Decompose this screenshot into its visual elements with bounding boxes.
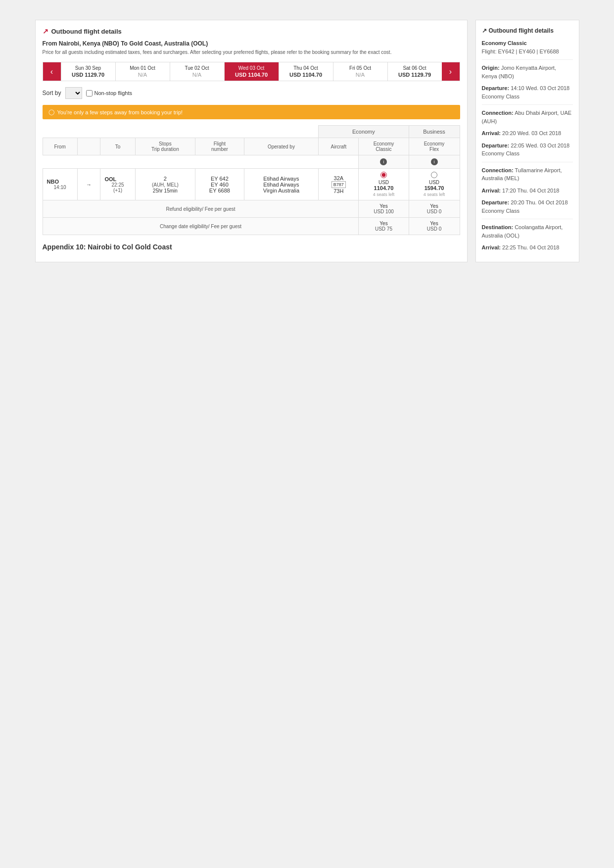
next-button[interactable]: › [442, 62, 460, 81]
refund-classic-yes: Yes [363, 203, 404, 209]
divider-4 [482, 219, 573, 219]
na-label-5: N/A [335, 72, 385, 78]
departure-3-value: 20:20 Thu. 04 Oct 2018 [511, 199, 567, 205]
sort-row: Sort by Non-stop flights [43, 87, 460, 99]
flex-icon-cell: i [409, 155, 460, 169]
panel-title: ↗ Outbound flight details [43, 27, 460, 35]
class-3-value: Economy Class [482, 208, 520, 214]
date-cell-1[interactable]: Mon 01 Oct N/A [115, 62, 170, 81]
origin-section: Origin: Jomo Kenyatta Airport, Kenya (NB… [482, 64, 573, 80]
arrival-1-value: 20:20 Wed. 03 Oct 2018 [502, 130, 561, 136]
prev-button[interactable]: ‹ [43, 62, 61, 81]
flex-info-icon[interactable]: i [431, 158, 438, 165]
change-classic-cell: Yes USD 75 [359, 218, 409, 235]
aircraft-code: 32A [323, 175, 354, 181]
date-label-0: Sun 30 Sep [63, 65, 113, 71]
departure-1-label: Departure: [482, 85, 510, 91]
change-classic-yes: Yes [363, 221, 404, 226]
date-cell-3[interactable]: Wed 03 Oct USD 1104.70 [224, 62, 279, 81]
aircraft-header: Aircraft [319, 138, 359, 155]
destination-label: Destination: [482, 224, 514, 230]
economy-classic-header: EconomyClassic [359, 138, 409, 155]
info-banner-text: You're only a few steps away from bookin… [57, 109, 183, 115]
economy-flex-header: EconomyFlex [409, 138, 460, 155]
connection-1-section: Connection: Abu Dhabi Airport, UAE (AUH) [482, 109, 573, 125]
plus-days: (+1) [104, 188, 131, 193]
flex-price: 1594.70 [425, 185, 444, 191]
refund-flex-cell: Yes USD 0 [409, 200, 460, 218]
classic-info-icon[interactable]: i [380, 158, 387, 165]
non-stop-label[interactable]: Non-stop flights [86, 90, 132, 96]
departure-1-section: Departure: 14:10 Wed. 03 Oct 2018 Econom… [482, 84, 573, 100]
classic-icon-cell: i [359, 155, 409, 169]
date-cell-4[interactable]: Thu 04 Oct USD 1104.70 [279, 62, 333, 81]
date-cell-5[interactable]: Fri 05 Oct N/A [333, 62, 387, 81]
info-banner: ◯ You're only a few steps away from book… [43, 105, 460, 119]
to-time: 22:25 [104, 182, 131, 188]
operated-header: Operated by [244, 138, 319, 155]
economy-flex-radio[interactable] [431, 172, 437, 178]
refund-label: Refund eligibility/ Fee per guest [43, 200, 359, 218]
to-cell: OOL 22:25 (+1) [100, 169, 135, 200]
sort-select[interactable] [65, 87, 82, 99]
classic-currency: USD [378, 180, 389, 185]
price-label-0: USD 1129.70 [63, 72, 113, 78]
operator-2: Etihad Airways [248, 182, 315, 188]
flex-currency: USD [429, 180, 439, 185]
operator-1: Etihad Airways [248, 176, 315, 182]
classic-price: 1104.70 [374, 185, 394, 191]
economy-flex-price-cell[interactable]: USD 1594.70 4 seats left [409, 169, 460, 200]
non-stop-checkbox[interactable] [86, 90, 93, 96]
departure-2-section: Departure: 22:05 Wed. 03 Oct 2018 Econom… [482, 142, 573, 158]
aircraft-type: B787 [323, 181, 354, 188]
change-label: Change date eligibility/ Fee per guest [43, 218, 359, 235]
duration: 25hr 15min [153, 188, 178, 193]
to-code-header: To [100, 138, 135, 155]
date-cell-6[interactable]: Sat 06 Oct USD 1129.79 [387, 62, 442, 81]
flight-1: EY 642 [199, 176, 240, 182]
date-cell-2[interactable]: Tue 02 Oct N/A [170, 62, 224, 81]
product-section: Economy Classic Flight: EY642 | EY460 | … [482, 39, 573, 55]
price-label-4: USD 1104.70 [281, 72, 331, 78]
arrival-3-value: 22:25 Thu. 04 Oct 2018 [502, 244, 559, 250]
connection-1-label: Connection: [482, 110, 514, 116]
side-panel-title: ↗ Outbound flight details [482, 26, 573, 35]
flight-2: EY 460 [199, 182, 240, 188]
b787-badge[interactable]: B787 [331, 181, 346, 188]
destination-section: Destination: Coolangatta Airport, Austra… [482, 223, 573, 240]
arrow-cell: → [77, 169, 100, 200]
route-subtext: Price for all guests including estimated… [43, 49, 460, 56]
flights-label: Flight: EY642 | EY460 | EY6688 [482, 48, 559, 54]
refund-classic-cell: Yes USD 100 [359, 200, 409, 218]
side-title-text: Outbound flight details [489, 26, 554, 35]
appendix-text: Appendix 10: Nairobi to Col Gold Coast [43, 243, 460, 251]
date-label-6: Sat 06 Oct [390, 65, 440, 71]
economy-classic-radio[interactable] [380, 172, 387, 178]
to-code: OOL [104, 176, 131, 182]
aircraft-suffix: 73H [323, 188, 354, 194]
date-nav: ‹ Sun 30 Sep USD 1129.70 Mon 01 Oct N/A … [43, 62, 460, 81]
economy-classic-price-cell[interactable]: USD 1104.70 4 seats left [359, 169, 409, 200]
stops-header: StopsTrip duration [135, 138, 195, 155]
classic-seats: 4 seats left [373, 192, 395, 197]
price-label-6: USD 1129.79 [390, 72, 440, 78]
product-label: Economy Classic [482, 40, 527, 46]
na-label-2: N/A [172, 72, 222, 78]
na-label-1: N/A [118, 72, 168, 78]
date-cell-0[interactable]: Sun 30 Sep USD 1129.70 [61, 62, 115, 81]
sort-by-label: Sort by [43, 90, 61, 96]
divider-1 [482, 59, 573, 60]
to-header [77, 138, 100, 155]
refund-flex-fee: USD 0 [413, 209, 456, 214]
date-label-2: Tue 02 Oct [172, 65, 222, 71]
arrival-2-label: Arrival: [482, 188, 501, 193]
flight-table: Economy Business From To StopsTrip durat… [43, 125, 460, 235]
price-label-3: USD 1104.70 [227, 72, 277, 78]
departure-2-value: 22:05 Wed. 03 Oct 2018 [511, 143, 569, 148]
date-label-3: Wed 03 Oct [227, 65, 277, 71]
arrow-icon: ↗ [43, 27, 48, 35]
from-cell: NBO 14:10 [43, 169, 77, 200]
stops-cell: 2 (AUH, MEL) 25hr 15min [135, 169, 195, 200]
change-flex-fee: USD 0 [413, 226, 456, 232]
economy-header: Economy [319, 126, 409, 138]
